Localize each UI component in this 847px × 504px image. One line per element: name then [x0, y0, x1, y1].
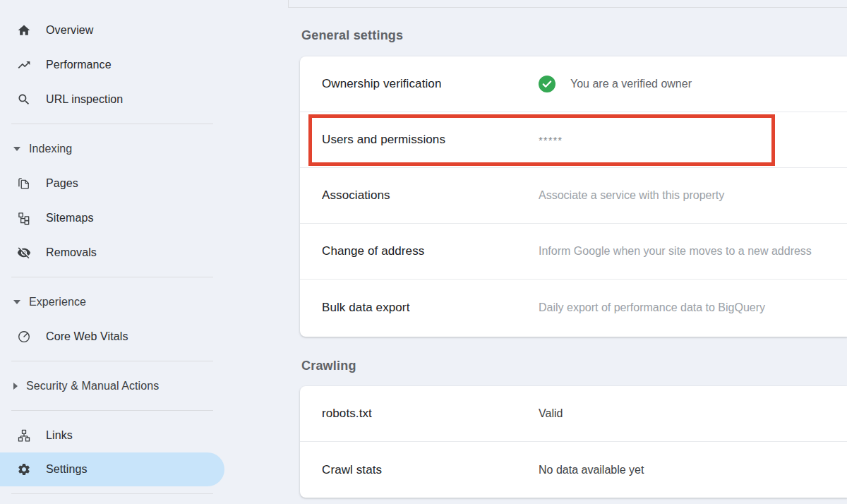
row-value: ***** [539, 134, 563, 146]
trending-up-icon [17, 58, 31, 72]
content-top-rule [288, 7, 847, 8]
sidebar-item-label: Core Web Vitals [46, 330, 128, 343]
sitemap-icon [17, 211, 31, 225]
sidebar-item-label: Pages [46, 177, 78, 190]
crawling-card: robots.txt Valid Crawl stats No data ava… [300, 386, 847, 498]
row-value: No data available yet [539, 464, 644, 476]
row-value: Associate a service with this property [539, 189, 724, 202]
chevron-down-icon [13, 300, 20, 304]
sidebar-item-pages[interactable]: Pages [0, 166, 288, 200]
sidebar-item-overview[interactable]: Overview [0, 13, 288, 47]
settings-row-associations[interactable]: Associations Associate a service with th… [300, 168, 847, 224]
home-icon [17, 23, 31, 37]
sidebar-item-label: Links [46, 429, 73, 442]
sidebar-item-label: Settings [46, 463, 88, 476]
sidebar-item-url-inspection[interactable]: URL inspection [0, 82, 288, 116]
sidebar-item-links[interactable]: Links [0, 418, 288, 452]
sidebar-section-label: Security & Manual Actions [26, 380, 159, 392]
settings-row-change-of-address[interactable]: Change of address Inform Google when you… [300, 224, 847, 280]
sidebar-item-label: Sitemaps [46, 212, 94, 224]
row-label: Crawl stats [322, 463, 539, 477]
row-label: Ownership verification [322, 77, 539, 91]
sidebar-item-performance[interactable]: Performance [0, 47, 288, 82]
settings-row-robots-txt[interactable]: robots.txt Valid [300, 386, 847, 442]
sidebar-section-experience[interactable]: Experience [0, 284, 288, 319]
sidebar-divider [11, 361, 213, 361]
sidebar-item-label: URL inspection [46, 93, 123, 106]
eye-off-icon [17, 246, 31, 260]
sidebar-section-indexing[interactable]: Indexing [0, 131, 288, 166]
sidebar-item-core-web-vitals[interactable]: Core Web Vitals [0, 319, 288, 354]
sidebar-section-label: Indexing [29, 143, 72, 155]
sidebar-divider [11, 124, 213, 124]
settings-row-crawl-stats[interactable]: Crawl stats No data available yet [300, 442, 847, 498]
settings-row-users-and-permissions[interactable]: Users and permissions ***** [300, 112, 847, 168]
row-label: robots.txt [322, 407, 539, 421]
general-settings-heading: General settings [301, 28, 403, 43]
chevron-right-icon [13, 383, 18, 390]
search-icon [17, 92, 31, 107]
row-value: You are a verified owner [570, 78, 692, 90]
gauge-icon [17, 330, 31, 344]
row-value: Daily export of performance data to BigQ… [539, 301, 765, 314]
org-chart-icon [17, 428, 31, 443]
sidebar-section-label: Experience [29, 296, 86, 308]
check-circle-icon [539, 76, 555, 92]
sidebar-section-security-manual-actions[interactable]: Security & Manual Actions [0, 368, 288, 403]
row-value: Valid [539, 407, 563, 420]
sidebar-divider [11, 277, 213, 277]
sidebar-item-sitemaps[interactable]: Sitemaps [0, 200, 288, 235]
crawling-heading: Crawling [301, 359, 356, 373]
sidebar-item-label: Performance [46, 59, 112, 71]
gear-icon [17, 462, 31, 476]
sidebar-divider [11, 410, 213, 411]
general-settings-card: Ownership verification You are a verifie… [300, 56, 847, 337]
content-top-tick [288, 0, 289, 7]
sidebar-item-label: Removals [46, 246, 97, 259]
settings-row-ownership-verification[interactable]: Ownership verification You are a verifie… [300, 56, 847, 112]
sidebar: Overview Performance URL inspection Inde… [0, 0, 288, 504]
row-value: Inform Google when your site moves to a … [539, 245, 812, 258]
search-console-settings-page: Overview Performance URL inspection Inde… [0, 0, 847, 504]
settings-row-bulk-data-export[interactable]: Bulk data export Daily export of perform… [300, 280, 847, 335]
chevron-down-icon [13, 147, 20, 151]
sidebar-divider [11, 493, 213, 494]
row-label: Users and permissions [322, 133, 539, 147]
row-label: Associations [322, 188, 539, 203]
row-label: Change of address [322, 244, 539, 258]
settings-content: General settings Ownership verification … [288, 0, 847, 504]
sidebar-item-settings[interactable]: Settings [0, 452, 224, 486]
pages-icon [17, 176, 31, 191]
sidebar-item-removals[interactable]: Removals [0, 235, 288, 270]
row-label: Bulk data export [322, 301, 539, 315]
sidebar-item-label: Overview [46, 24, 93, 37]
